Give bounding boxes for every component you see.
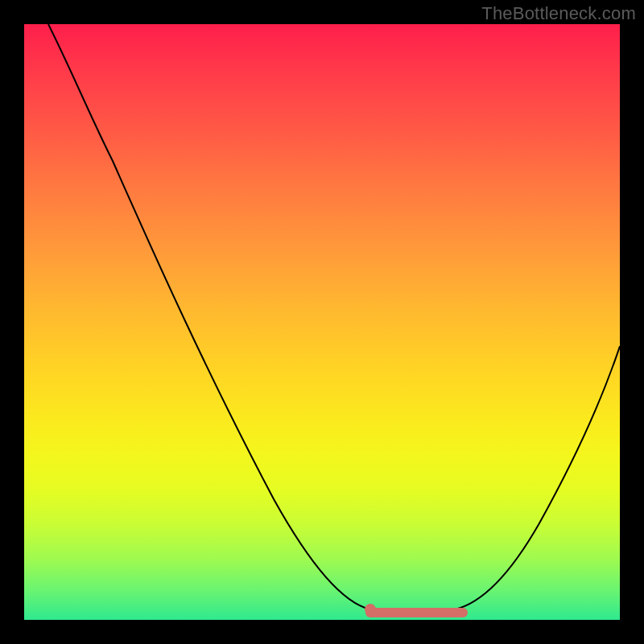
chart-frame: TheBottleneck.com bbox=[0, 0, 644, 644]
bottleneck-curve bbox=[48, 24, 620, 609]
plot-area bbox=[24, 24, 620, 620]
watermark-text: TheBottleneck.com bbox=[481, 3, 636, 24]
optimal-start-dot bbox=[365, 604, 376, 615]
chart-svg bbox=[24, 24, 620, 620]
